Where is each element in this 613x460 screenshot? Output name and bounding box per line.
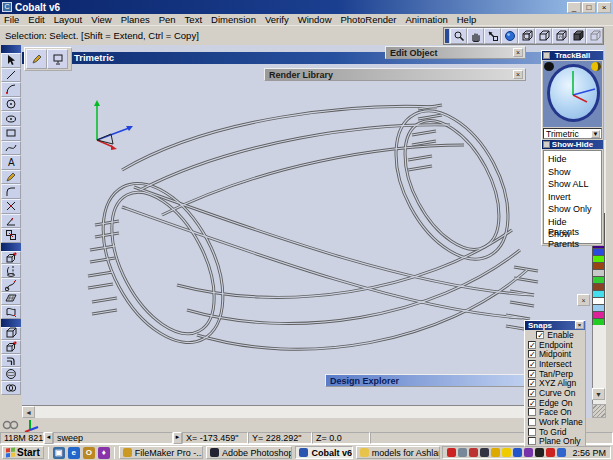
extrude-solid-tool[interactable] xyxy=(1,340,21,354)
color-swatch-13[interactable] xyxy=(592,304,605,311)
snaps-close-icon[interactable]: × xyxy=(575,321,584,329)
tray-purple-app-icon[interactable] xyxy=(524,448,533,457)
quick-launch-media-icon[interactable]: ♦ xyxy=(98,447,110,459)
boolean-tool[interactable] xyxy=(1,381,21,395)
tray-yellow-app-icon[interactable] xyxy=(491,448,500,457)
trackball-rotate-icon[interactable] xyxy=(501,28,518,44)
arc-tool[interactable] xyxy=(1,82,21,97)
palette-group-header[interactable] xyxy=(1,319,21,327)
snap-checkbox-work-plane[interactable] xyxy=(528,418,536,426)
edit-object-window[interactable]: Edit Object × xyxy=(385,46,526,59)
tray-pacman-icon[interactable] xyxy=(502,448,511,457)
text-tool[interactable]: A xyxy=(1,155,21,170)
color-swatch-15[interactable] xyxy=(592,318,605,325)
color-swatch-5[interactable] xyxy=(592,248,605,255)
tray-display-icon[interactable] xyxy=(458,448,467,457)
elbow-solid-tool[interactable] xyxy=(1,354,21,368)
snap-checkbox-enable[interactable]: ✓ xyxy=(536,331,544,339)
quick-launch-show-desktop-icon[interactable]: ▣ xyxy=(53,447,65,459)
display-shaded-icon[interactable] xyxy=(569,28,586,44)
tray-globe-icon[interactable] xyxy=(557,448,566,457)
trackball-sphere[interactable] xyxy=(543,61,602,127)
spline-tool[interactable] xyxy=(1,141,21,156)
snap-checkbox-intersect[interactable]: ✓ xyxy=(528,360,536,368)
scroll-down-icon[interactable]: ▼ xyxy=(592,388,605,400)
window-resize-grip[interactable] xyxy=(592,404,606,418)
snaps-titlebar[interactable]: Snaps × xyxy=(525,321,585,330)
next-feature-button[interactable]: ► xyxy=(173,432,182,444)
line-tool[interactable] xyxy=(1,68,21,83)
toolbar-grip[interactable] xyxy=(445,29,449,43)
design-explorer-window[interactable]: Design Explorer × xyxy=(325,374,546,387)
color-swatch-11[interactable] xyxy=(592,290,605,297)
solid-block-tool[interactable] xyxy=(1,327,21,341)
show-hide-item-hide-parents[interactable]: Hide Parents xyxy=(544,216,601,229)
trim-tool[interactable] xyxy=(1,199,21,214)
snap-checkbox-endpoint[interactable]: ✓ xyxy=(528,341,536,349)
render-library-window[interactable]: Render Library × xyxy=(264,68,526,81)
show-hide-item-show-all[interactable]: Show ALL xyxy=(544,178,601,191)
trackball-titlebar[interactable]: TrackBall xyxy=(542,51,603,60)
tray-tv-icon[interactable] xyxy=(480,448,489,457)
taskbar-button-filemaker-pro-[interactable]: FileMaker Pro -... xyxy=(119,446,203,459)
tray-red-app-icon[interactable] xyxy=(546,448,555,457)
menu-window[interactable]: Window xyxy=(298,14,332,25)
display-wireframe-icon[interactable] xyxy=(535,28,552,44)
wireframe-model[interactable] xyxy=(22,45,606,418)
snap-checkbox-midpoint[interactable]: ✓ xyxy=(528,350,536,358)
color-swatch-12[interactable] xyxy=(592,297,605,304)
display-transparent-icon[interactable] xyxy=(586,28,603,44)
show-hide-item-hide[interactable]: Hide xyxy=(544,153,601,166)
menu-dimension[interactable]: Dimension xyxy=(211,14,256,25)
minimize-button[interactable]: _ xyxy=(567,2,581,13)
dynamic-zoom-icon[interactable] xyxy=(484,28,501,44)
show-hide-item-show[interactable]: Show xyxy=(544,166,601,179)
prev-feature-button[interactable]: ◄ xyxy=(44,432,53,444)
menu-view[interactable]: View xyxy=(91,14,111,25)
color-swatch-10[interactable] xyxy=(592,283,605,290)
title-bar[interactable]: C Cobalt v6 _ □ × xyxy=(0,0,613,14)
start-button[interactable]: Start xyxy=(2,446,44,459)
tray-blue-app-icon[interactable] xyxy=(513,448,522,457)
snap-checkbox-curve-on[interactable]: ✓ xyxy=(528,389,536,397)
tray-dark-round-icon[interactable] xyxy=(535,448,544,457)
taskbar-button-cobalt-v6[interactable]: Cobalt v6 xyxy=(295,446,352,459)
color-swatch-8[interactable] xyxy=(592,269,605,276)
snap-checkbox-edge-on[interactable]: ✓ xyxy=(528,399,536,407)
taskbar-button-adobe-photoshop[interactable]: Adobe Photoshop xyxy=(206,446,293,459)
color-swatch-6[interactable] xyxy=(592,255,605,262)
show-hide-collapse-icon[interactable] xyxy=(543,141,550,148)
canvas-horizontal-scrollbar[interactable]: ◄ ► xyxy=(22,405,578,418)
restore-button[interactable]: □ xyxy=(582,2,596,13)
color-swatch-9[interactable] xyxy=(592,276,605,283)
revolve-surface-tool[interactable] xyxy=(1,264,21,278)
menu-photorender[interactable]: PhotoRender xyxy=(341,14,397,25)
feature-name-field[interactable]: sweep xyxy=(53,432,173,444)
view-select-dropdown[interactable]: Trimetric ▼ xyxy=(543,128,602,139)
snap-checkbox-face-on[interactable] xyxy=(528,408,536,416)
palette-group-header[interactable] xyxy=(1,243,21,251)
menu-text[interactable]: Text xyxy=(185,14,202,25)
sketch-tool[interactable] xyxy=(1,170,21,185)
menu-edit[interactable]: Edit xyxy=(28,14,44,25)
display-hidden-line-icon[interactable] xyxy=(552,28,569,44)
transform-tool[interactable] xyxy=(1,228,21,243)
circle-tool[interactable] xyxy=(1,97,21,112)
trackball-collapse-icon[interactable] xyxy=(543,52,550,59)
palette-group-header[interactable] xyxy=(1,45,21,53)
show-hide-titlebar[interactable]: Show-Hide xyxy=(542,140,603,149)
snap-checkbox-tan-perp[interactable]: ✓ xyxy=(528,370,536,378)
fillet-tool[interactable] xyxy=(1,184,21,199)
sweep-surface-tool[interactable] xyxy=(1,278,21,292)
rectangle-tool[interactable] xyxy=(1,126,21,141)
taskbar-button-models-for-ashlar[interactable]: models for Ashlar xyxy=(356,446,441,459)
tray-no-entry-icon[interactable] xyxy=(447,448,456,457)
tray-clip-icon[interactable] xyxy=(469,448,478,457)
color-swatch-14[interactable] xyxy=(592,311,605,318)
extrude-surface-tool[interactable] xyxy=(1,251,21,265)
scroll-left-icon[interactable]: ◄ xyxy=(22,406,35,418)
edit-object-close-icon[interactable]: × xyxy=(513,48,523,57)
sphere-solid-tool[interactable] xyxy=(1,367,21,381)
color-palette-close-button[interactable]: × xyxy=(577,294,590,306)
menu-help[interactable]: Help xyxy=(457,14,477,25)
